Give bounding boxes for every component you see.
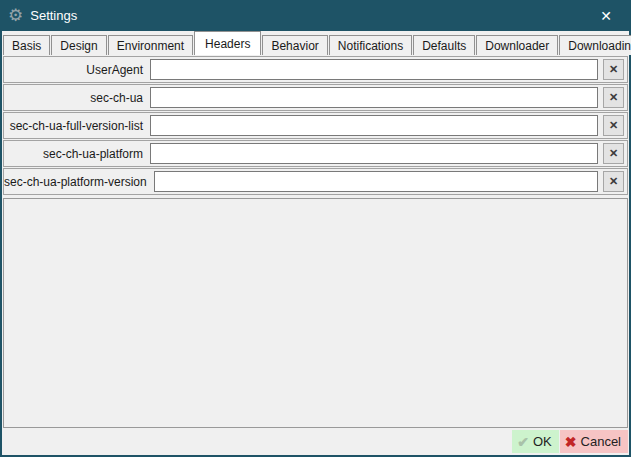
field-label-sec-ch-ua-platform: sec-ch-ua-platform [4,147,150,161]
tab-basis[interactable]: Basis [3,35,50,55]
clear-field-icon[interactable]: ✕ [603,115,624,136]
field-label-useragent: UserAgent [4,63,150,77]
settings-window: ⚙ Settings ✕ BasisDesignEnvironmentHeade… [0,0,631,457]
check-icon: ✔ [517,434,529,450]
headers-tab-page: UserAgent✕sec-ch-ua✕sec-ch-ua-full-versi… [2,55,629,428]
clear-field-icon[interactable]: ✕ [603,171,624,192]
tab-defaults[interactable]: Defaults [413,35,475,55]
field-input-sec-ch-ua-full-version-list[interactable] [150,115,598,136]
window-title: Settings [30,8,77,23]
header-field-row: sec-ch-ua-platform✕ [3,140,628,167]
empty-panel [3,198,628,428]
field-input-sec-ch-ua[interactable] [150,87,598,108]
close-icon[interactable]: ✕ [589,0,623,31]
clear-field-icon[interactable]: ✕ [603,59,624,80]
header-field-row: UserAgent✕ [3,56,628,83]
header-field-row: sec-ch-ua-platform-version✕ [3,168,628,195]
tab-notifications[interactable]: Notifications [329,35,412,55]
tab-downloader[interactable]: Downloader [476,35,558,55]
tab-design[interactable]: Design [51,35,106,55]
cancel-button-label: Cancel [581,434,621,449]
red-x-icon: ✖ [565,434,577,450]
ok-button-label: OK [533,434,552,449]
tab-bar: BasisDesignEnvironmentHeadersBehaviorNot… [2,31,629,55]
field-label-sec-ch-ua-full-version-list: sec-ch-ua-full-version-list [4,119,150,133]
field-label-sec-ch-ua: sec-ch-ua [4,91,150,105]
clear-field-icon[interactable]: ✕ [603,143,624,164]
field-label-sec-ch-ua-platform-version: sec-ch-ua-platform-version [4,175,154,189]
cancel-button[interactable]: ✖ Cancel [560,430,628,453]
ok-button[interactable]: ✔ OK [512,430,559,453]
field-input-useragent[interactable] [150,59,598,80]
tab-downloading[interactable]: Downloading [559,35,631,55]
header-field-row: sec-ch-ua✕ [3,84,628,111]
field-input-sec-ch-ua-platform-version[interactable] [154,171,598,192]
footer: ✔ OK ✖ Cancel [2,428,629,455]
tab-environment[interactable]: Environment [108,35,193,55]
field-input-sec-ch-ua-platform[interactable] [150,143,598,164]
titlebar: ⚙ Settings ✕ [0,0,631,31]
header-field-row: sec-ch-ua-full-version-list✕ [3,112,628,139]
tab-headers[interactable]: Headers [194,31,261,55]
tab-behavior[interactable]: Behavior [262,35,327,55]
clear-field-icon[interactable]: ✕ [603,87,624,108]
gear-icon: ⚙ [8,7,23,24]
